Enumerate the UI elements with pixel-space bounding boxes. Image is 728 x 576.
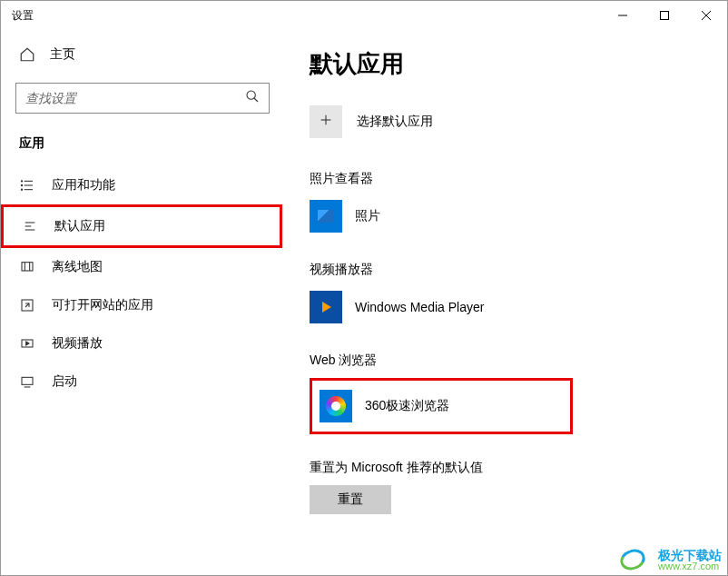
nav-item-default-apps[interactable]: 默认应用 bbox=[1, 204, 282, 248]
web-browser-app[interactable]: 360极速浏览器 bbox=[310, 378, 573, 434]
map-icon bbox=[19, 259, 35, 275]
list-icon bbox=[19, 177, 35, 194]
svg-rect-1 bbox=[661, 12, 669, 20]
app-name: Windows Media Player bbox=[355, 300, 484, 314]
section-title: 视频播放器 bbox=[310, 262, 700, 278]
maximize-button[interactable] bbox=[644, 1, 685, 30]
close-button[interactable] bbox=[685, 1, 727, 30]
nav-item-apps-for-websites[interactable]: 可打开网站的应用 bbox=[1, 286, 282, 324]
home-icon bbox=[19, 46, 35, 63]
app-name: 照片 bbox=[355, 208, 380, 224]
default-icon bbox=[22, 218, 38, 234]
startup-icon bbox=[19, 373, 35, 390]
nav-label: 应用和功能 bbox=[52, 177, 115, 194]
nav-label: 视频播放 bbox=[52, 335, 103, 352]
open-icon bbox=[19, 297, 35, 313]
nav-label: 默认应用 bbox=[54, 218, 105, 234]
photos-app-icon bbox=[310, 200, 342, 233]
section-video-player: 视频播放器 Windows Media Player bbox=[310, 262, 700, 327]
nav-item-apps-features[interactable]: 应用和功能 bbox=[1, 166, 282, 204]
section-photo-viewer: 照片查看器 照片 bbox=[310, 171, 700, 236]
svg-line-5 bbox=[254, 98, 258, 102]
choose-default-label: 选择默认应用 bbox=[357, 114, 433, 130]
search-container bbox=[15, 83, 268, 114]
svg-rect-19 bbox=[22, 377, 33, 384]
window-controls bbox=[602, 1, 727, 30]
reset-button[interactable]: 重置 bbox=[310, 485, 391, 514]
search-icon bbox=[245, 89, 260, 107]
sidebar-category: 应用 bbox=[1, 128, 282, 166]
nav-list: 应用和功能 默认应用 离线地图 可打开网站的应用 bbox=[1, 166, 282, 401]
minimize-button[interactable] bbox=[602, 1, 644, 30]
nav-item-startup[interactable]: 启动 bbox=[1, 362, 282, 401]
choose-default-row: 选择默认应用 bbox=[310, 105, 700, 138]
section-title: 照片查看器 bbox=[310, 171, 700, 187]
titlebar: 设置 bbox=[1, 1, 727, 30]
reset-description: 重置为 Microsoft 推荐的默认值 bbox=[310, 460, 700, 476]
svg-point-4 bbox=[247, 91, 255, 99]
home-label: 主页 bbox=[50, 46, 75, 63]
nav-item-video-playback[interactable]: 视频播放 bbox=[1, 324, 282, 362]
nav-label: 可打开网站的应用 bbox=[52, 297, 153, 313]
home-nav[interactable]: 主页 bbox=[1, 37, 282, 72]
nav-label: 启动 bbox=[52, 373, 77, 390]
app-name: 360极速浏览器 bbox=[365, 398, 449, 414]
nav-label: 离线地图 bbox=[52, 259, 103, 275]
svg-point-10 bbox=[21, 184, 22, 185]
section-web-browser: Web 浏览器 360极速浏览器 bbox=[310, 353, 700, 434]
svg-point-11 bbox=[21, 189, 22, 190]
browser-360-icon bbox=[320, 390, 352, 422]
window-title: 设置 bbox=[12, 8, 34, 24]
main-panel: 默认应用 选择默认应用 照片查看器 照片 视频播放器 Windows Media… bbox=[282, 30, 727, 575]
svg-point-9 bbox=[21, 181, 22, 182]
plus-icon bbox=[319, 113, 333, 132]
svg-line-17 bbox=[25, 303, 29, 307]
svg-rect-15 bbox=[22, 263, 33, 271]
photo-viewer-app[interactable]: 照片 bbox=[310, 196, 700, 236]
video-player-app[interactable]: Windows Media Player bbox=[310, 287, 700, 327]
wmp-app-icon bbox=[310, 291, 342, 323]
search-input[interactable] bbox=[25, 91, 245, 105]
search-box[interactable] bbox=[15, 83, 270, 114]
video-icon bbox=[19, 335, 35, 352]
sidebar: 主页 应用 应用和功能 默认应用 bbox=[1, 30, 282, 575]
nav-item-offline-maps[interactable]: 离线地图 bbox=[1, 248, 282, 286]
add-default-button[interactable] bbox=[310, 105, 342, 138]
page-title: 默认应用 bbox=[310, 48, 700, 80]
section-title: Web 浏览器 bbox=[310, 353, 700, 369]
